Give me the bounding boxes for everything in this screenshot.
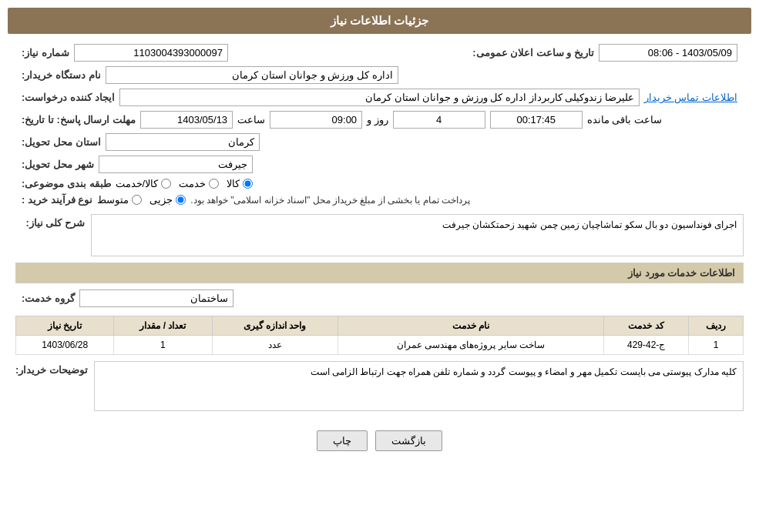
buyer-org-value: اداره کل ورزش و جوانان استان کرمان <box>106 66 398 84</box>
city-value: جیرفت <box>99 156 253 173</box>
creator-value: علیرضا زندوکیلی کاربرداز اداره کل ورزش و… <box>119 89 640 106</box>
table-cell-name: ساخت سایر پروژه‌های مهندسی عمران <box>338 336 604 355</box>
table-cell-unit: عدد <box>212 336 338 355</box>
deadline-remain-label: ساعت باقی مانده <box>587 114 662 125</box>
deadline-time-label: ساعت <box>237 114 265 125</box>
creator-label: ایجاد کننده درخواست: <box>22 92 115 103</box>
buyer-notes-label: توضیحات خریدار: <box>15 361 88 376</box>
need-description-label: شرح کلی نیاز: <box>15 214 85 229</box>
table-row: 1ج-42-429ساخت سایر پروژه‌های مهندسی عمرا… <box>16 336 744 355</box>
category-kala-khidmat[interactable]: کالا/خدمت <box>116 178 172 189</box>
page-title: جزئیات اطلاعات نیاز <box>331 14 428 27</box>
category-radio-group: کالا/خدمت خدمت کالا <box>116 178 254 189</box>
table-cell-row: 1 <box>688 336 743 355</box>
announce-label: تاریخ و ساعت اعلان عمومی: <box>472 47 594 59</box>
province-value: کرمان <box>106 133 260 151</box>
back-button[interactable]: بازگشت <box>375 430 442 451</box>
deadline-time: 09:00 <box>270 111 362 129</box>
purchase-type-note: پرداخت تمام یا بخشی از مبلغ خریداز محل "… <box>190 195 470 206</box>
service-group-label: گروه خدمت: <box>22 293 75 304</box>
announce-value: 1403/05/09 - 08:06 <box>599 44 737 62</box>
need-description-value: اجرای فونداسیون دو بال سکو تماشاچیان زمی… <box>91 214 744 256</box>
creator-contact-link[interactable]: اطلاعات تماس خریدار <box>644 92 737 103</box>
deadline-days-label: روز و <box>367 114 388 125</box>
purchase-type-jozii[interactable]: جزیی <box>149 194 186 206</box>
services-section-title: اطلاعات خدمات مورد نیاز <box>15 263 744 283</box>
print-button[interactable]: چاپ <box>317 430 368 451</box>
page-header: جزئیات اطلاعات نیاز <box>8 8 751 34</box>
deadline-days: 4 <box>393 111 485 129</box>
deadline-date: 1403/05/13 <box>140 111 233 129</box>
buyer-notes-value: کلیه مدارک پیوستی می بایست تکمیل مهر و ا… <box>94 361 744 411</box>
services-table: ردیف کد خدمت نام خدمت واحد اندازه گیری ت… <box>15 316 744 355</box>
category-khidmat[interactable]: خدمت <box>179 178 219 189</box>
col-header-name: نام خدمت <box>338 316 604 336</box>
category-kala[interactable]: کالا <box>227 178 253 189</box>
table-cell-code: ج-42-429 <box>604 336 689 355</box>
purchase-type-radio-group: متوسط جزیی <box>97 194 186 206</box>
need-number-value: 1103004393000097 <box>74 44 228 62</box>
col-header-row: ردیف <box>688 316 743 336</box>
service-group-value: ساختمان <box>79 289 233 307</box>
col-header-date: تاریخ نیاز <box>16 316 114 336</box>
purchase-type-motavaset[interactable]: متوسط <box>97 194 142 206</box>
city-label: شهر محل تحویل: <box>22 159 94 170</box>
purchase-type-label: نوع فرآیند خرید : <box>22 194 92 206</box>
need-number-label: شماره نیاز: <box>22 47 69 59</box>
province-label: استان محل تحویل: <box>22 136 101 148</box>
deadline-remain: 00:17:45 <box>490 111 583 129</box>
col-header-code: کد خدمت <box>604 316 689 336</box>
col-header-qty: تعداد / مقدار <box>114 316 212 336</box>
category-label: طبقه بندی موضوعی: <box>22 178 111 189</box>
table-cell-quantity: 1 <box>114 336 212 355</box>
table-cell-date: 1403/06/28 <box>16 336 114 355</box>
buyer-org-label: نام دستگاه خریدار: <box>22 69 101 81</box>
col-header-unit: واحد اندازه گیری <box>212 316 338 336</box>
button-group: بازگشت چاپ <box>8 423 751 459</box>
response-deadline-label: مهلت ارسال پاسخ: تا تاریخ: <box>22 114 136 125</box>
